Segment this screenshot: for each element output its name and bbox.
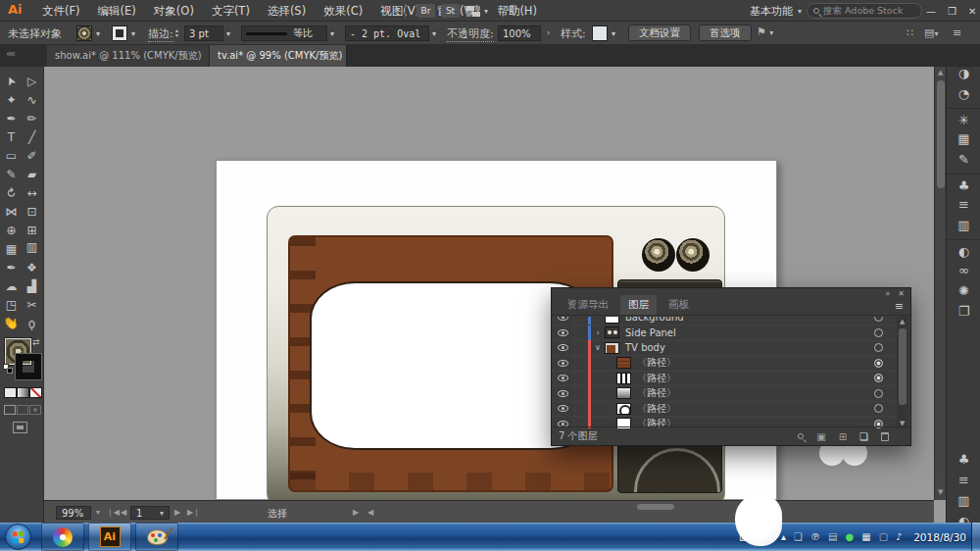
direct-selection-tool[interactable]: ▷: [22, 72, 42, 90]
fill-color-swatch[interactable]: [76, 25, 92, 41]
gradient-button[interactable]: [17, 387, 29, 398]
taskbar-browser-button[interactable]: [41, 523, 84, 551]
taskbar-clock[interactable]: 2018/8/30: [913, 523, 966, 551]
target-icon[interactable]: [874, 328, 883, 337]
panel-menu-icon[interactable]: ≡: [895, 300, 904, 313]
stroke-color-swatch[interactable]: [112, 25, 127, 41]
lasso-tool[interactable]: ∿: [22, 90, 42, 109]
stock-button[interactable]: St: [441, 4, 460, 18]
rotate-tool[interactable]: ↻: [1, 183, 22, 202]
restore-button[interactable]: ❐: [948, 6, 956, 17]
mesh-tool[interactable]: ▦: [1, 239, 22, 258]
gradient-tool[interactable]: ▥: [22, 239, 42, 258]
start-button[interactable]: [5, 524, 31, 550]
symbols-panel-icon[interactable]: ♣: [947, 174, 980, 194]
magic-wand-tool[interactable]: ✦: [1, 90, 22, 109]
expand-icon[interactable]: ›: [591, 328, 605, 337]
stroke-profile-field[interactable]: 等比: [241, 25, 327, 41]
layer-row-tv-body[interactable]: ∨ TV body: [552, 341, 897, 357]
type-tool[interactable]: T: [1, 127, 22, 146]
target-icon[interactable]: [874, 359, 883, 368]
taskbar-paint-button[interactable]: [135, 523, 178, 551]
visibility-eye-icon[interactable]: [558, 317, 568, 321]
workspace-options-icon[interactable]: ⚑ ▾: [757, 25, 773, 38]
gradient-panel-icon[interactable]: ▥: [947, 490, 980, 511]
menu-item[interactable]: 文件(F): [33, 0, 89, 22]
collapse-icon[interactable]: ∨: [591, 343, 605, 352]
close-button[interactable]: ✕: [968, 6, 976, 17]
style-swatch[interactable]: [592, 25, 608, 41]
column-graph-tool[interactable]: ▟: [22, 276, 42, 295]
make-clipping-mask-icon[interactable]: ▣: [816, 431, 825, 442]
default-fill-stroke-icon[interactable]: [3, 364, 13, 374]
panel-collapse-icon[interactable]: ««: [6, 48, 14, 59]
dual-display-tray-icon[interactable]: ❑: [794, 531, 803, 542]
pencil-tool[interactable]: ✎: [1, 165, 22, 183]
libraries-panel-icon[interactable]: ∞: [947, 260, 980, 280]
chevron-down-icon[interactable]: ▾: [226, 29, 230, 38]
scrollbar-thumb[interactable]: [937, 80, 945, 188]
layer-row-side-panel[interactable]: › Side Panel: [552, 326, 897, 341]
stroke-weight-value[interactable]: 3 pt: [184, 25, 223, 41]
search-adobe-stock-input[interactable]: 搜索 Adobe Stock: [807, 3, 922, 19]
opacity-value[interactable]: 100%: [498, 25, 541, 41]
brushes-panel-icon[interactable]: ✎: [947, 149, 980, 170]
target-icon[interactable]: [874, 343, 883, 352]
visibility-eye-icon[interactable]: [558, 390, 568, 397]
share-screen-icon[interactable]: ✆: [508, 3, 516, 16]
chevron-down-icon[interactable]: ▾: [96, 29, 100, 38]
free-transform-tool[interactable]: ⊡: [22, 202, 42, 221]
chevron-down-icon[interactable]: ▾: [612, 29, 615, 38]
menu-item[interactable]: 帮助(H): [488, 0, 546, 22]
target-icon[interactable]: [874, 404, 883, 413]
target-icon[interactable]: [874, 389, 883, 398]
menu-item[interactable]: 文字(T): [203, 0, 259, 22]
path-row[interactable]: 〈路径〉: [552, 386, 897, 402]
last-artboard-icon[interactable]: ▶❘: [187, 508, 200, 517]
ime-tray-icon[interactable]: ℗: [810, 531, 820, 542]
symbol-sprayer-tool[interactable]: ☁: [1, 276, 22, 295]
collapse-status-icon[interactable]: ◀: [368, 508, 373, 517]
stroke-weight-label[interactable]: 描边:: [148, 26, 173, 42]
show-desktop-button[interactable]: [971, 523, 980, 551]
volume-tray-icon[interactable]: ♪: [896, 531, 902, 542]
artboards-panel-icon[interactable]: ❐: [947, 301, 980, 322]
artboard-tool[interactable]: ◳: [1, 295, 22, 314]
locate-object-icon[interactable]: [798, 433, 804, 439]
visibility-eye-icon[interactable]: [558, 375, 568, 381]
scroll-up-icon[interactable]: ▲: [900, 318, 905, 326]
prev-artboard-icon[interactable]: ◀: [121, 508, 126, 517]
symbols-panel-icon[interactable]: ♣: [947, 449, 980, 470]
menu-item[interactable]: 选择(S): [259, 0, 315, 22]
transparency-panel-icon[interactable]: ◐: [947, 511, 980, 523]
visibility-eye-icon[interactable]: [558, 329, 568, 336]
new-sublayer-icon[interactable]: ⊞: [839, 431, 847, 442]
notebook-tray-icon[interactable]: ▦: [861, 531, 870, 542]
visibility-eye-icon[interactable]: [558, 405, 568, 412]
path-row[interactable]: 〈路径〉: [552, 356, 897, 372]
shape-builder-tool[interactable]: ⊕: [1, 221, 22, 239]
display-tray-icon[interactable]: ▢: [879, 531, 888, 542]
tab-show-ai[interactable]: show.ai* @ 111% (CMYK/预览) ✕: [47, 45, 210, 67]
path-row[interactable]: 〈路径〉: [552, 372, 897, 387]
taskbar-illustrator-button[interactable]: Ai: [88, 523, 131, 551]
rectangle-tool[interactable]: ▭: [1, 146, 22, 165]
appearance-panel-icon[interactable]: ✺: [947, 280, 980, 301]
zoom-level-field[interactable]: 99%: [56, 506, 91, 520]
expand-status-icon[interactable]: ▶: [353, 508, 359, 517]
blend-tool[interactable]: ❖: [22, 258, 42, 276]
path-row[interactable]: 〈路径〉: [552, 402, 897, 418]
artboard-nav-field[interactable]: 1 ▾: [130, 506, 170, 520]
safety-tray-icon[interactable]: ●: [845, 531, 854, 542]
screen-mode-icon[interactable]: [13, 422, 27, 433]
color-guide-panel-icon[interactable]: ◔: [947, 83, 980, 104]
stroke-panel-icon[interactable]: ≡: [947, 194, 980, 215]
width-tool[interactable]: ⋈: [1, 202, 22, 221]
draw-normal-mode-icon[interactable]: [4, 405, 16, 415]
zoom-tool[interactable]: ϙ: [22, 314, 42, 332]
vertical-scrollbar[interactable]: ▲ ▼: [934, 67, 946, 500]
minimize-button[interactable]: —: [926, 6, 936, 17]
bridge-button[interactable]: Br: [416, 4, 435, 18]
visibility-eye-icon[interactable]: [558, 344, 568, 351]
layers-scrollbar[interactable]: ▲ ▼: [897, 317, 908, 428]
